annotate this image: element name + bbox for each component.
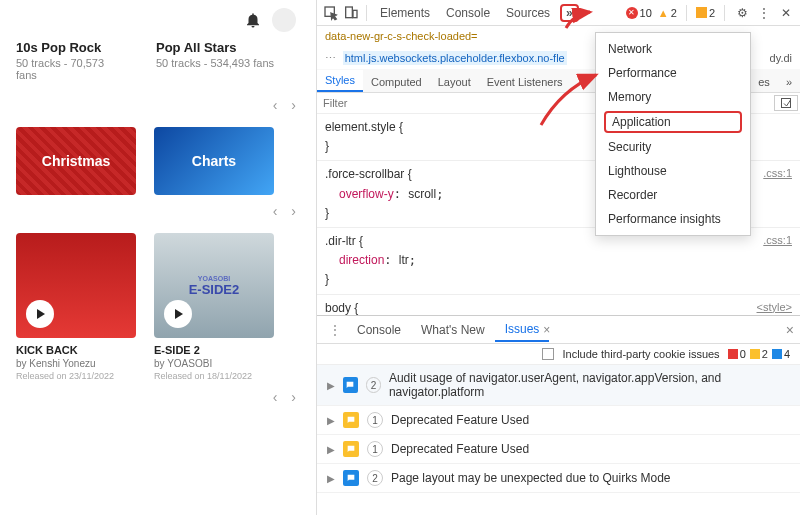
album-title: KICK BACK (16, 344, 136, 356)
tab-elements[interactable]: Elements (374, 6, 436, 20)
art-label: Charts (192, 153, 236, 169)
breadcrumb-node[interactable]: dy.di (770, 52, 792, 64)
more-subtabs-icon[interactable]: » (778, 72, 800, 92)
menu-item-lighthouse[interactable]: Lighthouse (596, 159, 750, 183)
subtab-more[interactable]: es (750, 72, 778, 92)
section-card[interactable]: Pop All Stars 50 tracks - 534,493 fans (140, 40, 290, 89)
issue-count: 1 (367, 441, 383, 457)
issue-count: 2 (366, 377, 381, 393)
topbar (0, 0, 316, 40)
info-icon (343, 377, 358, 393)
album-card[interactable]: KICK BACK by Kenshi Yonezu Released on 2… (16, 233, 136, 381)
playlist-card[interactable]: Charts (154, 127, 274, 195)
album-title: E-SIDE 2 (154, 344, 274, 356)
pager: ‹ › (0, 195, 316, 229)
expand-icon[interactable]: ▶ (327, 444, 335, 455)
css-rule[interactable]: .css:1 .dir-ltr { direction: ltr; } (317, 228, 800, 295)
menu-item-application[interactable]: Application (604, 111, 742, 133)
drawer-tab-console[interactable]: Console (347, 319, 411, 341)
menu-item-performance[interactable]: Performance (596, 61, 750, 85)
gear-icon[interactable]: ⚙ (734, 5, 750, 21)
tab-sources[interactable]: Sources (500, 6, 556, 20)
issue-count: 2 (367, 470, 383, 486)
music-app-pane: 10s Pop Rock 50 tracks - 70,573 fans Pop… (0, 0, 316, 515)
art-label: Christmas (42, 153, 110, 169)
bell-icon[interactable] (244, 11, 262, 29)
menu-item-network[interactable]: Network (596, 37, 750, 61)
inspect-icon[interactable] (323, 5, 339, 21)
warn-icon (343, 412, 359, 428)
subtab-styles[interactable]: Styles (317, 70, 363, 92)
menu-item-performance-insights[interactable]: Performance insights (596, 207, 750, 231)
album-art: Charts (154, 127, 274, 195)
prev-icon[interactable]: ‹ (273, 97, 278, 113)
blue-count[interactable]: 4 (772, 348, 790, 360)
section-meta: 50 tracks - 70,573 fans (16, 57, 124, 81)
device-icon[interactable] (343, 5, 359, 21)
devtools-main-tabs: Elements Console Sources » ✕10 ▲2 2 ⚙ ⋮ … (317, 0, 800, 26)
kebab-icon[interactable]: ⋮ (756, 5, 772, 21)
devtools-drawer: ⋮ Console What's New Issues × × Include … (317, 315, 800, 515)
tab-console[interactable]: Console (440, 6, 496, 20)
cookie-checkbox[interactable] (542, 348, 554, 360)
issue-row[interactable]: ▶2Page layout may be unexpected due to Q… (317, 464, 800, 493)
section-card[interactable]: 10s Pop Rock 50 tracks - 70,573 fans (0, 40, 140, 89)
close-tab-icon[interactable]: × (543, 323, 550, 337)
expand-icon[interactable]: ▶ (327, 473, 335, 484)
album-art[interactable]: YOASOBIE-SIDE2 (154, 233, 274, 338)
avatar[interactable] (272, 8, 296, 32)
drawer-kebab-icon[interactable]: ⋮ (323, 323, 347, 337)
red-count[interactable]: 0 (728, 348, 746, 360)
yel-count[interactable]: 2 (750, 348, 768, 360)
issue-row[interactable]: ▶1Deprecated Feature Used (317, 435, 800, 464)
source-link[interactable]: .css:1 (763, 165, 792, 183)
svg-rect-2 (353, 10, 357, 17)
issue-row[interactable]: ▶1Deprecated Feature Used (317, 406, 800, 435)
issue-count: 1 (367, 412, 383, 428)
subtab-layout[interactable]: Layout (430, 72, 479, 92)
menu-item-security[interactable]: Security (596, 135, 750, 159)
section-title: Pop All Stars (156, 40, 274, 55)
drawer-tab-whatsnew[interactable]: What's New (411, 319, 495, 341)
breadcrumb-node[interactable]: html.js.websockets.placeholder.flexbox.n… (343, 51, 567, 65)
issue-text: Audit usage of navigator.userAgent, navi… (389, 371, 790, 399)
card-row: Christmas Charts (0, 123, 316, 195)
cookie-label: Include third-party cookie issues (562, 348, 719, 360)
prev-icon[interactable]: ‹ (273, 203, 278, 219)
menu-item-memory[interactable]: Memory (596, 85, 750, 109)
error-badge[interactable]: ✕10 (626, 7, 652, 19)
album-artist: by YOASOBI (154, 358, 274, 369)
expand-icon[interactable]: ▶ (327, 415, 335, 426)
status-badges: ✕10 ▲2 2 ⚙ ⋮ ✕ (626, 5, 794, 21)
close-drawer-icon[interactable]: × (786, 322, 794, 338)
next-icon[interactable]: › (291, 203, 296, 219)
svg-rect-1 (346, 7, 353, 18)
playlist-card[interactable]: Christmas (16, 127, 136, 195)
issue-text: Deprecated Feature Used (391, 442, 529, 456)
album-release: Released on 18/11/2022 (154, 371, 274, 381)
issue-count: 2 (709, 7, 715, 19)
pager: ‹ › (0, 381, 316, 415)
menu-item-recorder[interactable]: Recorder (596, 183, 750, 207)
issue-row[interactable]: ▶2Audit usage of navigator.userAgent, na… (317, 365, 800, 406)
annotation-arrow (562, 8, 596, 32)
subtab-computed[interactable]: Computed (363, 72, 430, 92)
pager: ‹ › (0, 89, 316, 123)
next-icon[interactable]: › (291, 389, 296, 405)
more-tabs-dropdown: NetworkPerformanceMemoryApplicationSecur… (595, 32, 751, 236)
drawer-tab-issues[interactable]: Issues (495, 318, 550, 342)
source-link[interactable]: <style> (757, 299, 792, 317)
next-icon[interactable]: › (291, 97, 296, 113)
art-label: E-SIDE2 (189, 282, 240, 297)
album-art[interactable] (16, 233, 136, 338)
source-link[interactable]: .css:1 (763, 232, 792, 250)
warn-badge[interactable]: ▲2 (658, 7, 677, 19)
expand-icon[interactable]: ▶ (327, 380, 335, 391)
album-art: Christmas (16, 127, 136, 195)
prev-icon[interactable]: ‹ (273, 389, 278, 405)
hover-toggle-icon[interactable] (774, 95, 798, 111)
info-icon (343, 470, 359, 486)
close-icon[interactable]: ✕ (778, 5, 794, 21)
album-card[interactable]: YOASOBIE-SIDE2 E-SIDE 2 by YOASOBI Relea… (154, 233, 274, 381)
issue-badge[interactable]: 2 (696, 7, 715, 19)
